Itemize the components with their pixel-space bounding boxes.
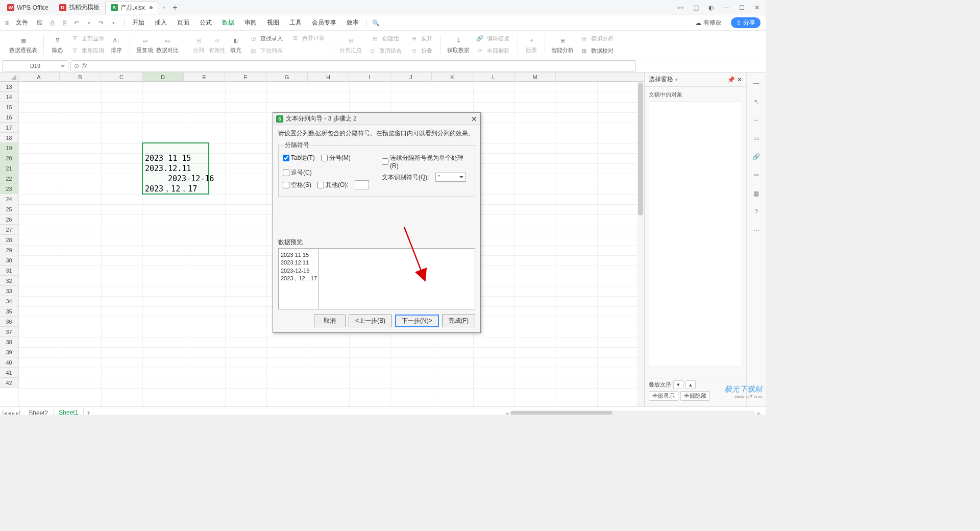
- tools-icon[interactable]: ✂: [751, 170, 762, 181]
- row-header-39[interactable]: 39: [0, 347, 18, 357]
- row-header-16[interactable]: 16: [0, 112, 18, 123]
- tab-view[interactable]: 视图: [262, 16, 284, 29]
- stock-button[interactable]: ✦股票: [524, 33, 538, 57]
- row-header-42[interactable]: 42: [0, 378, 18, 388]
- row-header-40[interactable]: 40: [0, 357, 18, 368]
- semicolon-checkbox[interactable]: 分号(M): [321, 154, 351, 162]
- redo-dropdown-icon[interactable]: ▾: [109, 18, 118, 28]
- print-icon[interactable]: ⎙: [47, 18, 57, 28]
- more-icon[interactable]: ⋯: [751, 225, 762, 236]
- layout-icon[interactable]: ▭: [676, 4, 685, 11]
- tab-data[interactable]: 数据: [217, 16, 239, 29]
- help-icon[interactable]: ?: [751, 206, 762, 218]
- row-header-27[interactable]: 27: [0, 225, 18, 235]
- tab-page[interactable]: 页面: [173, 16, 194, 29]
- other-delim-input[interactable]: [355, 180, 369, 189]
- expand-button[interactable]: ⊕展开: [407, 33, 434, 44]
- col-header-C[interactable]: C: [101, 73, 142, 81]
- fx-icon[interactable]: fx: [82, 62, 87, 69]
- column-headers[interactable]: ABCDEFGHIJKLM: [18, 73, 644, 82]
- tab-member[interactable]: 会员专享: [307, 16, 341, 29]
- row-header-31[interactable]: 31: [0, 266, 18, 276]
- row-header-20[interactable]: 20: [0, 153, 18, 163]
- tab-formula[interactable]: 公式: [195, 16, 216, 29]
- tab-dropdown-icon[interactable]: ▾: [159, 5, 169, 10]
- other-checkbox[interactable]: 其他(O):: [317, 181, 349, 189]
- dashboard-icon[interactable]: ▦: [751, 188, 762, 199]
- modified-badge[interactable]: ☁ 有修改: [690, 17, 727, 28]
- tab-efficiency[interactable]: 效率: [342, 16, 363, 29]
- pointer-icon[interactable]: ↖: [751, 96, 762, 107]
- col-header-L[interactable]: L: [473, 73, 514, 81]
- next-sheet-icon[interactable]: ▸: [12, 409, 15, 415]
- back-button[interactable]: <上一步(B): [349, 315, 392, 327]
- comma-checkbox[interactable]: 逗号(C): [283, 168, 312, 177]
- fill-button[interactable]: ◧填充: [229, 33, 243, 57]
- filter-button[interactable]: ∇筛选: [50, 33, 64, 57]
- consecutive-checkbox[interactable]: 连续分隔符号视为单个处理(R): [382, 154, 471, 170]
- nav-icon[interactable]: ↔: [751, 114, 762, 126]
- app-tab-wps[interactable]: W WPS Office: [2, 1, 54, 14]
- tab-tools[interactable]: 工具: [285, 16, 306, 29]
- row-header-41[interactable]: 41: [0, 368, 18, 378]
- row-header-26[interactable]: 26: [0, 214, 18, 225]
- cancel-button[interactable]: 取消: [314, 315, 346, 327]
- row-header-22[interactable]: 22: [0, 174, 18, 184]
- row-header-36[interactable]: 36: [0, 317, 18, 327]
- row-header-38[interactable]: 38: [0, 337, 18, 347]
- subtotal-button[interactable]: ⊟分类汇总: [339, 33, 362, 57]
- col-header-J[interactable]: J: [390, 73, 432, 81]
- edit-link-button[interactable]: 🔗编辑链接: [473, 33, 511, 44]
- row-header-15[interactable]: 15: [0, 102, 18, 112]
- merge-calc-button[interactable]: ⊞合并计算: [288, 33, 327, 44]
- redo-icon[interactable]: ↷: [96, 18, 106, 28]
- cell-D21[interactable]: 2023.12.11: [143, 163, 192, 174]
- row-header-32[interactable]: 32: [0, 276, 18, 286]
- undo-dropdown-icon[interactable]: ▾: [84, 18, 93, 28]
- collapse-button[interactable]: ⊖折叠: [407, 45, 434, 57]
- row-headers[interactable]: 1314151617181920212223242526272829303132…: [0, 82, 18, 406]
- row-header-30[interactable]: 30: [0, 255, 18, 266]
- reapply-button[interactable]: ∇重新应用: [67, 45, 106, 57]
- row-header-17[interactable]: 17: [0, 123, 18, 133]
- row-header-29[interactable]: 29: [0, 245, 18, 255]
- text-qualifier-combo[interactable]: ": [435, 173, 466, 182]
- col-header-B[interactable]: B: [60, 73, 101, 81]
- row-header-37[interactable]: 37: [0, 327, 18, 337]
- select-all-corner[interactable]: [0, 73, 18, 82]
- cube-icon[interactable]: ◫: [691, 4, 700, 11]
- panel-close-icon[interactable]: ✕: [737, 76, 742, 83]
- cancel-fn-icon[interactable]: ⊙: [74, 62, 79, 69]
- app-tab-product[interactable]: S 产品.xlsx: [105, 1, 158, 14]
- row-header-19[interactable]: 19: [0, 143, 18, 153]
- row-header-24[interactable]: 24: [0, 194, 18, 204]
- col-header-I[interactable]: I: [349, 73, 390, 81]
- col-header-M[interactable]: M: [514, 73, 556, 81]
- show-all-button[interactable]: 全部显示: [649, 391, 678, 401]
- row-header-28[interactable]: 28: [0, 235, 18, 245]
- col-header-F[interactable]: F: [225, 73, 266, 81]
- new-tab-button[interactable]: +: [169, 2, 181, 13]
- finish-button[interactable]: 完成(F): [442, 315, 475, 327]
- col-header-H[interactable]: H: [308, 73, 349, 81]
- col-header-A[interactable]: A: [18, 73, 60, 81]
- sheet-tab-sheet2[interactable]: Sheet2: [23, 408, 54, 415]
- search-icon[interactable]: 🔍: [370, 19, 382, 27]
- row-header-33[interactable]: 33: [0, 286, 18, 296]
- avatar-icon[interactable]: ◐: [706, 4, 716, 11]
- app-tab-daoke[interactable]: D 找稻壳模板: [54, 1, 105, 14]
- row-header-23[interactable]: 23: [0, 184, 18, 194]
- maximize-button[interactable]: ☐: [737, 4, 746, 11]
- cell-D22[interactable]: 2023-12-16: [166, 174, 215, 184]
- sort-button[interactable]: A↓排序: [109, 33, 124, 57]
- stack-up-button[interactable]: ▴: [685, 380, 696, 389]
- share-button[interactable]: ⇪ 分享: [731, 17, 761, 28]
- dropdown-list-button[interactable]: ▤下拉列表: [246, 45, 285, 57]
- compare-button[interactable]: ▭数据对比: [156, 33, 179, 57]
- getdata-button[interactable]: ⇣获取数据: [447, 33, 470, 57]
- last-sheet-icon[interactable]: ▸|: [16, 409, 20, 415]
- row-header-14[interactable]: 14: [0, 92, 18, 102]
- menu-hamburger-icon[interactable]: ≡: [2, 17, 12, 29]
- ungroup-button[interactable]: ⊟取消组合: [365, 45, 404, 57]
- close-button[interactable]: ✕: [752, 4, 762, 11]
